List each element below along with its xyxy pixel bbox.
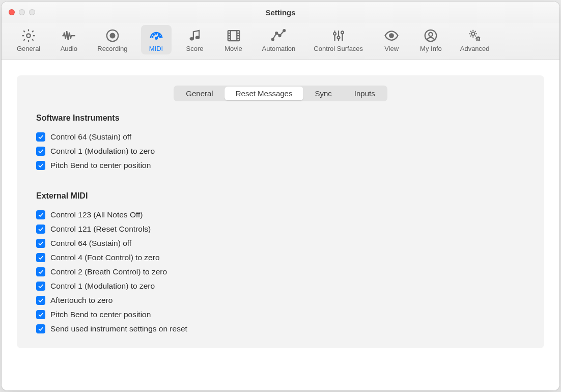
checkbox-label: Control 1 (Modulation) to zero: [50, 147, 155, 156]
zoom-button[interactable]: [29, 9, 35, 15]
software-instruments-list: Control 64 (Sustain) offControl 1 (Modul…: [36, 130, 525, 173]
toolbar-item-view[interactable]: View: [376, 25, 407, 54]
window-title: Settings: [2, 8, 559, 17]
svg-point-35: [476, 38, 479, 40]
checkbox-row: Pitch Bend to center position: [36, 158, 525, 173]
toolbar: GeneralAudioRecordingMIDIScoreMovieAutom…: [2, 23, 559, 60]
tab-reset-messages[interactable]: Reset Messages: [225, 87, 304, 100]
svg-point-28: [333, 33, 336, 35]
checkbox-label: Control 123 (All Notes Off): [50, 210, 143, 219]
checkbox-label: Control 4 (Foot Control) to zero: [50, 253, 160, 262]
svg-point-29: [337, 36, 340, 39]
toolbar-label: My Info: [420, 45, 442, 52]
toolbar-item-score[interactable]: Score: [180, 25, 210, 54]
toolbar-label: Advanced: [460, 45, 490, 52]
section-software-instruments: Software Instruments Control 64 (Sustain…: [17, 114, 544, 173]
sub-tab-bar: GeneralReset MessagesSyncInputs: [174, 86, 387, 101]
section-title: External MIDI: [36, 191, 525, 201]
checkbox-row: Control 121 (Reset Controls): [36, 222, 525, 236]
svg-point-2: [110, 34, 115, 38]
automation-icon: [270, 28, 287, 43]
toolbar-label: Recording: [97, 45, 127, 52]
tab-general[interactable]: General: [175, 87, 224, 100]
minimize-button[interactable]: [19, 9, 25, 15]
gear-icon: [20, 28, 37, 43]
svg-point-23: [279, 35, 281, 37]
checkbox[interactable]: [36, 225, 45, 234]
settings-window: Settings GeneralAudioRecordingMIDIScoreM…: [2, 2, 559, 390]
toolbar-item-my-info[interactable]: My Info: [415, 25, 447, 54]
svg-point-9: [159, 37, 160, 38]
checkbox-row: Control 2 (Breath Control) to zero: [36, 265, 525, 279]
svg-point-34: [471, 32, 474, 35]
svg-point-33: [429, 33, 433, 37]
checkbox-row: Control 4 (Foot Control) to zero: [36, 250, 525, 265]
section-title: Software Instruments: [36, 114, 525, 123]
checkbox-label: Control 121 (Reset Controls): [50, 225, 151, 234]
gauge-icon: [148, 28, 165, 43]
toolbar-item-automation[interactable]: Automation: [257, 25, 301, 54]
toolbar-item-advanced[interactable]: Advanced: [455, 25, 495, 54]
toolbar-label: Automation: [262, 45, 296, 52]
checkbox-row: Control 1 (Modulation) to zero: [36, 144, 525, 158]
titlebar: Settings: [2, 2, 559, 23]
svg-point-7: [156, 33, 157, 34]
checkbox-row: Control 123 (All Notes Off): [36, 208, 525, 222]
toolbar-label: Score: [186, 45, 204, 52]
toolbar-item-movie[interactable]: Movie: [218, 25, 249, 54]
checkbox[interactable]: [36, 282, 45, 291]
gears-icon: [466, 28, 484, 43]
checkbox[interactable]: [36, 310, 45, 319]
checkbox[interactable]: [36, 324, 45, 333]
checkbox[interactable]: [36, 147, 45, 156]
close-button[interactable]: [9, 9, 15, 15]
toolbar-item-control-surfaces[interactable]: Control Surfaces: [308, 25, 368, 54]
toolbar-item-recording[interactable]: Recording: [92, 25, 132, 54]
external-midi-list: Control 123 (All Notes Off)Control 121 (…: [36, 208, 525, 336]
checkbox-label: Control 2 (Breath Control) to zero: [50, 267, 167, 276]
divider: [36, 182, 525, 182]
toolbar-item-general[interactable]: General: [12, 25, 45, 54]
toolbar-label: View: [384, 45, 399, 52]
svg-point-30: [341, 31, 344, 34]
window-controls: [9, 9, 35, 15]
checkbox-label: Control 1 (Modulation) to zero: [50, 282, 155, 291]
settings-panel: GeneralReset MessagesSyncInputs Software…: [17, 75, 544, 348]
toolbar-item-midi[interactable]: MIDI: [141, 25, 172, 54]
svg-point-24: [284, 30, 286, 32]
checkbox[interactable]: [36, 161, 45, 170]
checkbox-row: Send used instrument settings on reset: [36, 322, 525, 336]
content-area: GeneralReset MessagesSyncInputs Software…: [2, 60, 559, 390]
checkbox-row: Pitch Bend to center position: [36, 307, 525, 322]
checkbox-label: Send used instrument settings on reset: [50, 324, 187, 333]
toolbar-label: MIDI: [149, 45, 163, 52]
checkbox-row: Aftertouch to zero: [36, 293, 525, 307]
checkbox[interactable]: [36, 253, 45, 262]
checkbox-row: Control 64 (Sustain) off: [36, 236, 525, 250]
checkbox[interactable]: [36, 267, 45, 276]
checkbox-label: Control 64 (Sustain) off: [50, 132, 131, 142]
checkbox[interactable]: [36, 132, 45, 142]
eye-icon: [383, 28, 400, 43]
toolbar-item-audio[interactable]: Audio: [53, 25, 84, 54]
checkbox-label: Pitch Bend to center position: [50, 161, 151, 170]
checkbox-row: Control 1 (Modulation) to zero: [36, 279, 525, 293]
svg-point-21: [272, 39, 274, 41]
checkbox-label: Aftertouch to zero: [50, 296, 113, 305]
sliders-icon: [330, 28, 347, 43]
checkbox[interactable]: [36, 239, 45, 248]
notes-icon: [186, 28, 204, 43]
film-icon: [225, 28, 242, 43]
checkbox[interactable]: [36, 296, 45, 305]
svg-point-31: [389, 34, 394, 38]
toolbar-label: Audio: [61, 45, 77, 52]
record-icon: [104, 28, 121, 43]
checkbox[interactable]: [36, 210, 45, 219]
waveform-icon: [60, 28, 77, 43]
svg-point-6: [153, 34, 154, 35]
svg-point-8: [158, 34, 159, 35]
section-external-midi: External MIDI Control 123 (All Notes Off…: [17, 191, 544, 336]
checkbox-row: Control 64 (Sustain) off: [36, 130, 525, 144]
tab-sync[interactable]: Sync: [303, 87, 343, 100]
tab-inputs[interactable]: Inputs: [343, 87, 386, 100]
